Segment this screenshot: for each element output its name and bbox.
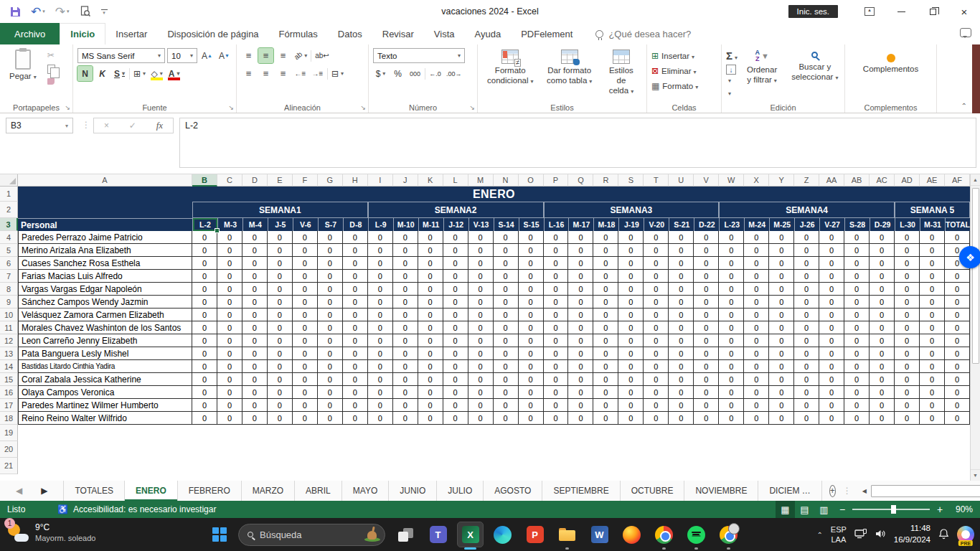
- row-header-6[interactable]: 6: [0, 257, 18, 270]
- align-bottom-icon[interactable]: ≡: [275, 48, 291, 63]
- value-cell[interactable]: 0: [268, 386, 293, 399]
- value-cell[interactable]: 0: [870, 360, 895, 373]
- font-color-icon[interactable]: A: [166, 66, 182, 81]
- value-cell[interactable]: 0: [870, 334, 895, 347]
- value-cell[interactable]: 0: [268, 399, 293, 412]
- day-header-cell[interactable]: S-15: [519, 218, 544, 231]
- row-header-5[interactable]: 5: [0, 244, 18, 257]
- value-cell[interactable]: 0: [744, 296, 769, 309]
- value-cell[interactable]: 0: [268, 257, 293, 270]
- value-cell[interactable]: 0: [544, 231, 569, 244]
- value-cell[interactable]: 0: [343, 296, 368, 309]
- value-cell[interactable]: 0: [293, 296, 318, 309]
- column-header-E[interactable]: E: [268, 174, 293, 187]
- taskbar-word-icon[interactable]: W: [583, 518, 616, 551]
- value-cell[interactable]: 0: [443, 347, 468, 360]
- value-cell[interactable]: 0: [844, 257, 870, 270]
- value-cell[interactable]: 0: [844, 296, 870, 309]
- value-cell[interactable]: 0: [393, 257, 418, 270]
- column-header-V[interactable]: V: [694, 174, 719, 187]
- ribbon-tab-f-rmulas[interactable]: Fórmulas: [269, 23, 328, 44]
- value-cell[interactable]: 0: [794, 283, 819, 296]
- value-cell[interactable]: 0: [819, 321, 844, 334]
- value-cell[interactable]: 0: [343, 231, 368, 244]
- row-header-20[interactable]: 20: [0, 441, 18, 458]
- month-title-cell[interactable]: ENERO: [18, 187, 970, 202]
- value-cell[interactable]: 0: [443, 334, 468, 347]
- value-cell[interactable]: 0: [368, 257, 393, 270]
- value-cell[interactable]: 0: [694, 257, 719, 270]
- taskbar-firefox-icon[interactable]: [616, 518, 648, 551]
- column-header-O[interactable]: O: [519, 174, 544, 187]
- zoom-slider[interactable]: [852, 509, 930, 510]
- value-cell[interactable]: 0: [393, 244, 418, 257]
- value-cell[interactable]: 0: [794, 360, 819, 373]
- value-cell[interactable]: 0: [544, 373, 569, 386]
- value-cell[interactable]: 0: [544, 399, 569, 412]
- alignment-dialog-launcher-icon[interactable]: ↘: [360, 104, 366, 111]
- value-cell[interactable]: 0: [945, 296, 970, 309]
- person-name-cell[interactable]: Farias Macias Luis Alfredo: [18, 270, 192, 283]
- value-cell[interactable]: 0: [468, 257, 494, 270]
- restore-icon[interactable]: [917, 1, 948, 22]
- value-cell[interactable]: 0: [494, 399, 519, 412]
- column-header-G[interactable]: G: [318, 174, 343, 187]
- search-box[interactable]: Búsqueda: [238, 524, 385, 546]
- increase-font-icon[interactable]: A▲: [199, 48, 215, 63]
- value-cell[interactable]: 0: [368, 283, 393, 296]
- day-header-cell[interactable]: V-6: [293, 218, 318, 231]
- row-header-13[interactable]: 13: [0, 347, 18, 360]
- value-cell[interactable]: 0: [644, 309, 669, 321]
- value-cell[interactable]: 0: [293, 270, 318, 283]
- column-header-AF[interactable]: AF: [945, 174, 970, 187]
- value-cell[interactable]: 0: [519, 296, 544, 309]
- value-cell[interactable]: 0: [192, 321, 217, 334]
- value-cell[interactable]: 0: [443, 257, 468, 270]
- ribbon-tab-insertar[interactable]: Insertar: [105, 23, 157, 44]
- value-cell[interactable]: 0: [443, 386, 468, 399]
- accessibility-status[interactable]: ♿ Accesibilidad: es necesario investigar: [57, 504, 216, 514]
- week-spacer-cell[interactable]: [18, 202, 192, 218]
- column-header-X[interactable]: X: [744, 174, 769, 187]
- value-cell[interactable]: 0: [618, 399, 644, 412]
- align-top-icon[interactable]: ≡: [241, 48, 256, 63]
- increase-decimal-icon[interactable]: ←.0: [428, 66, 443, 81]
- value-cell[interactable]: 0: [393, 347, 418, 360]
- value-cell[interactable]: 0: [844, 399, 870, 412]
- value-cell[interactable]: 0: [920, 309, 945, 321]
- italic-button[interactable]: K: [95, 66, 110, 81]
- value-cell[interactable]: 0: [593, 309, 618, 321]
- value-cell[interactable]: 0: [618, 360, 644, 373]
- value-cell[interactable]: 0: [494, 309, 519, 321]
- value-cell[interactable]: 0: [895, 231, 920, 244]
- week-header-3[interactable]: SEMANA3: [544, 202, 720, 218]
- value-cell[interactable]: 0: [393, 334, 418, 347]
- borders-icon[interactable]: ⊞: [132, 66, 147, 81]
- value-cell[interactable]: 0: [819, 257, 844, 270]
- value-cell[interactable]: 0: [519, 373, 544, 386]
- value-cell[interactable]: 0: [242, 309, 268, 321]
- value-cell[interactable]: 0: [744, 386, 769, 399]
- column-header-Q[interactable]: Q: [568, 174, 593, 187]
- sheet-tab-abril[interactable]: ABRIL: [295, 481, 342, 501]
- value-cell[interactable]: 0: [418, 360, 443, 373]
- value-cell[interactable]: 0: [568, 283, 593, 296]
- column-header-U[interactable]: U: [669, 174, 694, 187]
- value-cell[interactable]: 0: [744, 347, 769, 360]
- value-cell[interactable]: 0: [293, 347, 318, 360]
- tell-me-search[interactable]: ¿Qué desea hacer?: [595, 23, 691, 44]
- value-cell[interactable]: 0: [920, 270, 945, 283]
- value-cell[interactable]: 0: [618, 321, 644, 334]
- person-name-cell[interactable]: Morales Chavez Washinton de los Santos: [18, 321, 192, 334]
- row-header-18[interactable]: 18: [0, 412, 18, 425]
- value-cell[interactable]: 0: [217, 231, 242, 244]
- value-cell[interactable]: 0: [519, 347, 544, 360]
- increase-indent-icon[interactable]: →≡: [310, 66, 325, 81]
- select-all-corner[interactable]: [0, 174, 18, 187]
- column-header-K[interactable]: K: [418, 174, 443, 187]
- value-cell[interactable]: 0: [368, 244, 393, 257]
- value-cell[interactable]: 0: [719, 373, 744, 386]
- value-cell[interactable]: 0: [719, 386, 744, 399]
- value-cell[interactable]: 0: [217, 347, 242, 360]
- column-header-Z[interactable]: Z: [794, 174, 819, 187]
